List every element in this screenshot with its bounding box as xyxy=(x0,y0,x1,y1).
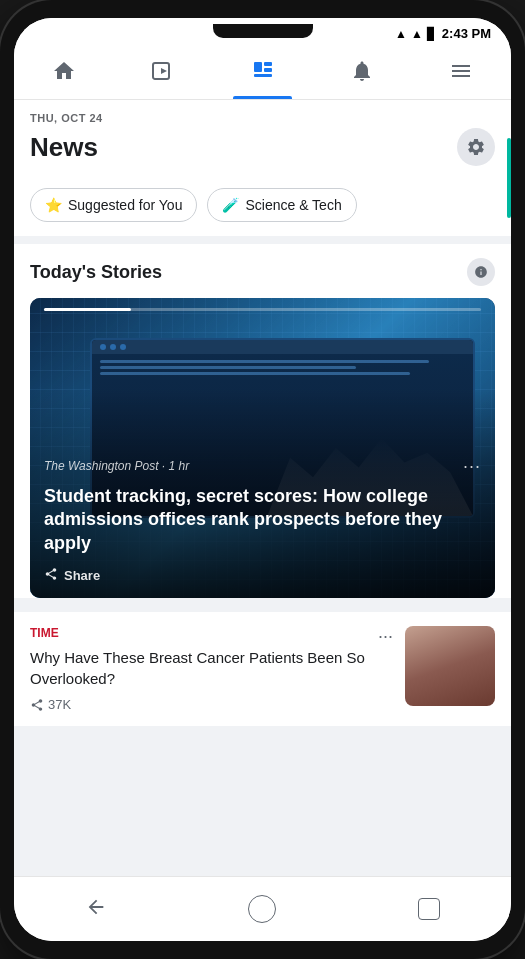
header-date: THU, OCT 24 xyxy=(30,112,495,124)
phone-frame: ▲ ▲ ▊ 2:43 PM xyxy=(0,0,525,959)
back-icon xyxy=(85,896,107,918)
stories-section: Today's Stories xyxy=(14,244,511,598)
category-pills: ⭐ Suggested for You 🧪 Science & Tech xyxy=(14,178,511,236)
video-icon xyxy=(151,59,175,89)
screen-dot-1 xyxy=(100,344,106,350)
featured-source: The Washington Post · 1 hr xyxy=(44,459,189,473)
article-card-1[interactable]: TIME ··· Why Have These Breast Cancer Pa… xyxy=(14,612,511,726)
screen-header xyxy=(92,340,473,354)
article-engagement-1: 37K xyxy=(30,697,393,712)
article-more-button-1[interactable]: ··· xyxy=(378,626,393,647)
article-title-1: Why Have These Breast Cancer Patients Be… xyxy=(30,647,393,689)
svg-rect-2 xyxy=(254,62,262,72)
home-icon xyxy=(52,59,76,89)
status-icons: ▲ ▲ ▊ xyxy=(395,27,436,41)
phone-notch xyxy=(213,24,313,38)
back-button[interactable] xyxy=(77,888,115,930)
article-thumbnail-1 xyxy=(405,626,495,706)
page-header: THU, OCT 24 News xyxy=(14,100,511,178)
screen-dot-2 xyxy=(110,344,116,350)
recents-button[interactable] xyxy=(410,890,448,928)
stories-header: Today's Stories xyxy=(30,258,495,286)
top-nav-bar xyxy=(14,45,511,100)
nav-notifications[interactable] xyxy=(312,51,411,99)
header-row: News xyxy=(30,128,495,166)
hamburger-icon xyxy=(449,59,473,89)
info-button[interactable] xyxy=(467,258,495,286)
featured-more-button[interactable]: ··· xyxy=(463,456,481,477)
recents-square xyxy=(418,898,440,920)
settings-button[interactable] xyxy=(457,128,495,166)
star-icon: ⭐ xyxy=(45,197,62,213)
wifi-icon: ▲ xyxy=(395,27,407,41)
phone-screen: ▲ ▲ ▊ 2:43 PM xyxy=(14,18,511,941)
featured-story-card[interactable]: The Washington Post · 1 hr ··· Student t… xyxy=(30,298,495,598)
share-icon xyxy=(44,567,58,584)
screen-bar-1 xyxy=(100,360,429,363)
status-time: 2:43 PM xyxy=(442,26,491,41)
nav-home[interactable] xyxy=(14,51,113,99)
screen-bar-2 xyxy=(100,366,356,369)
share-label: Share xyxy=(64,568,100,583)
nav-menu[interactable] xyxy=(412,51,511,99)
share-button[interactable]: Share xyxy=(44,567,481,584)
home-circle xyxy=(248,895,276,923)
screen-bars xyxy=(100,360,465,375)
android-home-button[interactable] xyxy=(240,887,284,931)
nav-video[interactable] xyxy=(113,51,212,99)
content-area: THU, OCT 24 News ⭐ Suggested for You xyxy=(14,100,511,876)
info-icon xyxy=(474,265,488,279)
svg-rect-3 xyxy=(264,62,272,66)
article-image-bg xyxy=(405,626,495,706)
svg-rect-5 xyxy=(254,74,272,77)
article-source-1: TIME xyxy=(30,626,59,640)
svg-marker-1 xyxy=(161,68,167,74)
bottom-nav xyxy=(14,876,511,941)
featured-title: Student tracking, secret scores: How col… xyxy=(44,485,481,555)
page-title: News xyxy=(30,132,98,163)
story-progress-bar xyxy=(44,308,481,311)
news-icon xyxy=(251,59,275,89)
article-engagement-count: 37K xyxy=(48,697,71,712)
pill-science-label: Science & Tech xyxy=(245,197,341,213)
share-small-icon xyxy=(30,698,44,712)
gear-icon xyxy=(466,137,486,157)
nav-news[interactable] xyxy=(213,51,312,99)
scroll-indicator xyxy=(507,138,511,218)
svg-rect-4 xyxy=(264,68,272,72)
signal-icon: ▲ xyxy=(411,27,423,41)
pill-science[interactable]: 🧪 Science & Tech xyxy=(207,188,356,222)
science-icon: 🧪 xyxy=(222,197,239,213)
bell-icon xyxy=(350,59,374,89)
featured-meta: The Washington Post · 1 hr ··· xyxy=(44,456,481,477)
screen-dot-3 xyxy=(120,344,126,350)
featured-content: The Washington Post · 1 hr ··· Student t… xyxy=(30,442,495,598)
screen-bar-3 xyxy=(100,372,410,375)
pill-suggested-label: Suggested for You xyxy=(68,197,182,213)
story-progress-fill xyxy=(44,308,131,311)
pill-suggested[interactable]: ⭐ Suggested for You xyxy=(30,188,197,222)
stories-title: Today's Stories xyxy=(30,262,162,283)
battery-icon: ▊ xyxy=(427,27,436,41)
article-body-1: TIME ··· Why Have These Breast Cancer Pa… xyxy=(30,626,393,712)
